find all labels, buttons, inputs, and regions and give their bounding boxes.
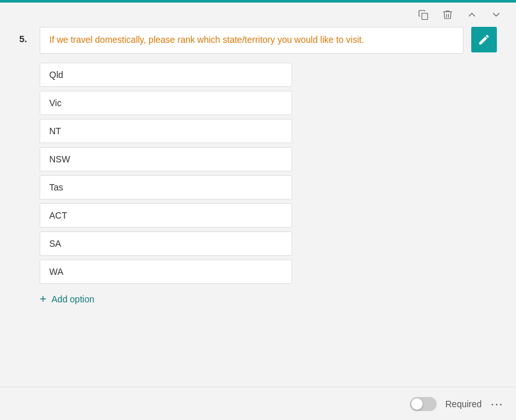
option-item[interactable]: WA [40, 260, 292, 284]
question-text: If we travel domestically, please rank w… [40, 27, 464, 54]
copy-icon[interactable] [416, 8, 430, 22]
more-options-icon[interactable]: ··· [490, 396, 503, 411]
option-item[interactable]: ACT [40, 203, 292, 228]
svg-rect-0 [422, 13, 428, 20]
options-list: Qld Vic NT NSW Tas ACT SA WA [40, 63, 497, 284]
move-down-icon[interactable] [489, 8, 503, 22]
move-up-icon[interactable] [465, 8, 479, 22]
option-item[interactable]: Tas [40, 175, 292, 199]
option-item[interactable]: NT [40, 119, 292, 143]
delete-icon[interactable] [441, 8, 455, 22]
footer: Required ··· [0, 387, 516, 420]
question-header: 5. If we travel domestically, please ran… [19, 27, 497, 54]
add-option-label: Add option [52, 294, 95, 304]
option-item[interactable]: NSW [40, 147, 292, 171]
edit-button[interactable] [471, 27, 497, 52]
option-item[interactable]: Qld [40, 63, 292, 87]
toolbar [0, 3, 516, 27]
main-content: 5. If we travel domestically, please ran… [0, 27, 516, 306]
add-option-icon: + [40, 293, 47, 306]
add-option-button[interactable]: + Add option [40, 293, 497, 306]
option-item[interactable]: SA [40, 231, 292, 256]
option-item[interactable]: Vic [40, 91, 292, 115]
required-toggle[interactable] [410, 397, 437, 411]
required-label: Required [446, 399, 482, 409]
toggle-knob [411, 398, 423, 410]
question-number: 5. [19, 27, 32, 44]
question-block: 5. If we travel domestically, please ran… [19, 27, 497, 306]
